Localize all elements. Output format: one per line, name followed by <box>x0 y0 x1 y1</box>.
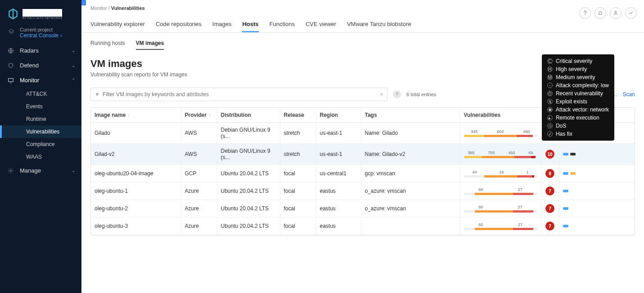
severity-bar <box>464 156 537 158</box>
risk-badge[interactable]: 10 <box>545 150 554 159</box>
breadcrumb-parent[interactable]: Monitor <box>90 5 107 11</box>
chevron-down-icon: ⌄ <box>72 168 75 173</box>
col-header[interactable]: Region <box>316 108 361 123</box>
severity-icon: ▸ <box>547 115 553 120</box>
sort-icon: ↕ <box>126 113 130 118</box>
subnav-compliance[interactable]: Compliance <box>0 138 81 151</box>
sort-icon: ↕ <box>207 113 211 118</box>
col-header[interactable]: Tags <box>361 108 460 123</box>
actions-cell[interactable] <box>563 172 631 175</box>
risk-badge[interactable]: 7 <box>545 186 554 195</box>
table-row[interactable]: oleg-ubuntu-1AzureUbuntu 20.04.2 LTSfoca… <box>91 182 635 200</box>
layers-icon <box>8 29 14 35</box>
table-row[interactable]: oleg-ubuntu-2AzureUbuntu 20.04.2 LTSfoca… <box>91 200 635 218</box>
nav-item-manage[interactable]: Manage⌄ <box>0 163 81 178</box>
globe-icon <box>7 48 14 54</box>
chevron-right-icon: › <box>60 32 62 39</box>
risk-badge[interactable]: 7 <box>545 222 554 231</box>
tab-vulnerability-explorer[interactable]: Vulnerability explorer <box>90 17 145 32</box>
tab-hosts[interactable]: Hosts <box>242 17 258 32</box>
brand-sub: BY PALO ALTO NETWORKS <box>23 17 62 19</box>
subnav-runtime[interactable]: Runtime <box>0 113 81 125</box>
actions-cell[interactable] <box>563 153 631 155</box>
shield-icon <box>7 62 14 69</box>
chart-icon[interactable] <box>625 7 637 19</box>
search-box[interactable]: ▼ × <box>90 88 387 101</box>
table-row[interactable]: oleg-ubuntu-3AzureUbuntu 20.04.2 LTSfoca… <box>91 218 635 235</box>
help-icon[interactable]: ? <box>579 7 591 19</box>
tooltip-row: ✱Attack vector: network <box>547 107 609 113</box>
sidebar: ‹ CLOUD BY PALO ALTO NETWORKS Current pr… <box>0 0 81 293</box>
col-header[interactable]: Release <box>280 108 316 123</box>
risk-badge[interactable]: 8 <box>545 169 554 178</box>
nav-item-radars[interactable]: Radars⌄ <box>0 43 81 58</box>
monitor-icon <box>7 77 14 84</box>
severity-icon: ↯ <box>547 99 553 104</box>
nav-item-monitor[interactable]: Monitor⌃ <box>0 73 81 88</box>
tooltip-row: CCritical severity <box>547 58 609 64</box>
bell-icon[interactable] <box>594 7 606 19</box>
main-pane: ? Monitor / Vulnerabilities Vulnerabilit… <box>81 0 644 293</box>
severity-bar <box>464 210 537 213</box>
tabs-sub: Running hostsVM images <box>81 33 644 50</box>
table-row[interactable]: Gilad-v2AWSDebian GNU/Linux 9 (s...stret… <box>91 144 635 165</box>
tab-images[interactable]: Images <box>212 17 232 32</box>
subtab-running-hosts[interactable]: Running hosts <box>90 37 125 50</box>
gear-icon <box>7 168 14 174</box>
severity-icon: H <box>547 67 553 72</box>
tabs-top: Vulnerability explorerCode repositoriesI… <box>81 13 644 33</box>
subnav-events[interactable]: Events <box>0 100 81 113</box>
subtab-vm-images[interactable]: VM images <box>136 37 164 50</box>
col-header[interactable]: Image name ↕ <box>91 108 181 123</box>
entry-count: 6 total entries <box>406 92 436 97</box>
col-header[interactable]: Distribution <box>217 108 280 123</box>
tooltip-row: ◦Attack complexity: low <box>547 82 609 89</box>
subnav-att-ck[interactable]: ATT&CK <box>0 88 81 100</box>
severity-bar <box>464 228 537 230</box>
tab-functions[interactable]: Functions <box>270 17 295 32</box>
nav-item-defend[interactable]: Defend⌄ <box>0 58 81 73</box>
subnav-vulnerabilities[interactable]: Vulnerabilities <box>0 125 81 138</box>
subnav-waas[interactable]: WAAS <box>0 151 81 163</box>
severity-icon: ⏱ <box>547 91 553 96</box>
table-row[interactable]: oleg-ubuntu20-04-imageGCPUbuntu 20.04.2 … <box>91 165 635 182</box>
col-header[interactable]: Provider ↕ <box>181 108 217 123</box>
severity-icon: M <box>547 75 553 80</box>
actions-cell[interactable] <box>563 225 631 227</box>
risk-factors-tooltip: CCritical severityHHigh severityMMedium … <box>542 54 614 141</box>
scan-button[interactable]: Scan <box>623 91 635 98</box>
svg-rect-1 <box>9 78 14 81</box>
risk-badge[interactable]: 7 <box>545 204 554 213</box>
tab-code-repositories[interactable]: Code repositories <box>156 17 202 32</box>
nav-list: Radars⌄Defend⌄Monitor⌃ATT&CKEventsRuntim… <box>0 43 81 178</box>
severity-icon: C <box>547 58 553 64</box>
search-help-icon[interactable]: ? <box>393 90 401 98</box>
chevron-down-icon: ⌄ <box>72 48 75 53</box>
logo: CLOUD BY PALO ALTO NETWORKS <box>0 0 81 22</box>
tooltip-row: ⏱Recent vulnerability <box>547 90 609 97</box>
clear-icon[interactable]: × <box>380 91 383 98</box>
actions-cell[interactable] <box>563 190 631 192</box>
brand-name: CLOUD <box>23 9 62 17</box>
sidebar-collapse[interactable]: ‹ <box>81 0 86 5</box>
tooltip-row: ↯Exploit exists <box>547 98 609 105</box>
logo-icon <box>7 8 19 20</box>
svg-point-3 <box>615 11 617 13</box>
breadcrumb: Monitor / Vulnerabilities <box>81 0 644 13</box>
project-selector[interactable]: Current project Central Console› <box>0 22 81 43</box>
search-input[interactable] <box>103 91 380 98</box>
chevron-down-icon: ⌄ <box>72 63 75 68</box>
user-icon[interactable] <box>610 7 621 19</box>
tooltip-row: ▸Remote execution <box>547 115 609 121</box>
severity-bar <box>464 175 537 178</box>
tooltip-row: ⦸DoS <box>547 123 609 129</box>
tab-vmware-tanzu-blobstore[interactable]: VMware Tanzu blobstore <box>347 17 411 32</box>
tab-cve-viewer[interactable]: CVE viewer <box>306 17 336 32</box>
tooltip-row: HHigh severity <box>547 66 609 72</box>
breadcrumb-current: Vulnerabilities <box>111 5 145 11</box>
severity-icon: ◦ <box>547 83 553 88</box>
col-header[interactable]: Vulnerabilities <box>460 108 541 123</box>
chevron-up-icon: ⌃ <box>72 78 75 83</box>
actions-cell[interactable] <box>563 207 631 210</box>
tooltip-row: MMedium severity <box>547 74 609 80</box>
